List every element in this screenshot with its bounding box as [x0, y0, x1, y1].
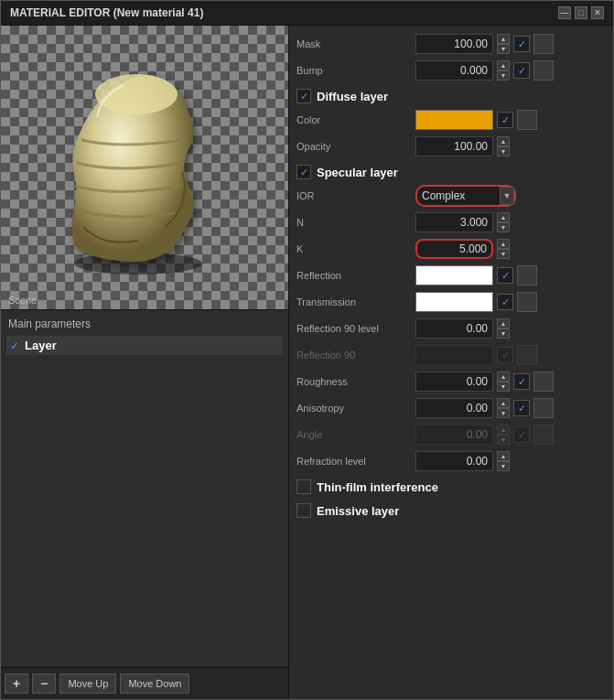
- n-down-button[interactable]: ▼: [497, 222, 510, 232]
- reflection90-level-label: Reflection 90 level: [296, 323, 415, 334]
- params-title: Main parameters: [6, 318, 283, 330]
- reflection90-square-button: [517, 345, 537, 365]
- reflection90-level-input[interactable]: [415, 318, 493, 339]
- reflection-check-button[interactable]: ✓: [497, 267, 513, 284]
- roughness-check-button[interactable]: ✓: [513, 373, 530, 390]
- close-button[interactable]: ✕: [591, 6, 604, 19]
- reflection-square-button[interactable]: [517, 265, 537, 285]
- angle-spinner: ▲ ▼: [497, 425, 510, 445]
- transmission-swatch[interactable]: [415, 292, 493, 312]
- k-down-button[interactable]: ▼: [497, 249, 510, 259]
- opacity-up-button[interactable]: ▲: [497, 136, 510, 146]
- mask-label: Mask: [296, 38, 415, 49]
- roughness-input[interactable]: [415, 372, 493, 392]
- roughness-down-button[interactable]: ▼: [497, 382, 510, 392]
- opacity-label: Opacity: [296, 141, 415, 152]
- anisotropy-down-button[interactable]: ▼: [497, 408, 510, 418]
- window-controls: — □ ✕: [558, 6, 604, 19]
- title-bar: MATERIAL EDITOR (New material 41) — □ ✕: [1, 1, 613, 26]
- bump-up-button[interactable]: ▲: [497, 60, 510, 70]
- reflection90-level-spinner: ▲ ▼: [497, 318, 510, 339]
- color-swatch[interactable]: [415, 110, 493, 130]
- ior-row: IOR Complex Simple ▼: [296, 185, 606, 207]
- bump-label: Bump: [296, 65, 415, 76]
- roughness-up-button[interactable]: ▲: [497, 372, 510, 382]
- mask-up-button[interactable]: ▲: [497, 34, 510, 44]
- reflection-swatch[interactable]: [415, 265, 493, 285]
- angle-controls: ▲ ▼ ✓: [415, 425, 606, 445]
- anisotropy-spinner: ▲ ▼: [497, 398, 510, 418]
- anisotropy-controls: ▲ ▼ ✓: [415, 398, 606, 418]
- add-layer-button[interactable]: +: [5, 673, 28, 694]
- thin-film-check-button[interactable]: [296, 479, 311, 494]
- roughness-row: Roughness ▲ ▼ ✓: [296, 371, 606, 393]
- angle-up-button: ▲: [497, 425, 510, 435]
- specular-check-button[interactable]: ✓: [296, 165, 311, 179]
- maximize-button[interactable]: □: [575, 6, 587, 19]
- transmission-label: Transmission: [296, 296, 415, 307]
- opacity-down-button[interactable]: ▼: [497, 146, 510, 156]
- bump-spinner: ▲ ▼: [497, 60, 510, 81]
- k-input[interactable]: [415, 239, 493, 259]
- anisotropy-row: Anisotropy ▲ ▼ ✓: [296, 397, 606, 419]
- reflection90-row: Reflection 90 ✓: [296, 344, 606, 366]
- color-controls: ✓: [415, 110, 606, 130]
- 3d-preview-object: [19, 44, 257, 282]
- bump-input[interactable]: [415, 60, 493, 81]
- opacity-row: Opacity ▲ ▼: [296, 135, 606, 157]
- mask-square-button[interactable]: [533, 34, 554, 54]
- main-content: Scene Main parameters ✓ Layer + − Move U…: [1, 26, 613, 699]
- diffuse-check-button[interactable]: ✓: [296, 89, 311, 103]
- move-down-button[interactable]: Move Down: [120, 673, 189, 694]
- refraction-level-down-button[interactable]: ▼: [497, 461, 510, 471]
- mask-down-button[interactable]: ▼: [497, 44, 510, 54]
- bump-square-button[interactable]: [533, 60, 554, 81]
- n-up-button[interactable]: ▲: [497, 212, 510, 222]
- move-up-button[interactable]: Move Up: [59, 673, 116, 694]
- ior-label: IOR: [296, 190, 415, 201]
- bump-down-button[interactable]: ▼: [497, 70, 510, 81]
- anisotropy-up-button[interactable]: ▲: [497, 398, 510, 408]
- ior-select[interactable]: Complex Simple: [415, 185, 516, 207]
- window-title: MATERIAL EDITOR (New material 41): [10, 6, 203, 19]
- reflection90-level-down-button[interactable]: ▼: [497, 328, 510, 339]
- transmission-square-button[interactable]: [517, 292, 537, 312]
- mask-input[interactable]: [415, 34, 493, 54]
- angle-input: [415, 425, 493, 445]
- k-label: K: [296, 243, 415, 254]
- layer-item[interactable]: ✓ Layer: [6, 336, 283, 355]
- mask-check-button[interactable]: ✓: [513, 36, 530, 52]
- roughness-square-button[interactable]: [533, 372, 554, 392]
- refraction-level-row: Refraction level ▲ ▼: [296, 450, 606, 472]
- anisotropy-label: Anisotropy: [296, 403, 415, 414]
- bump-row: Bump ▲ ▼ ✓: [296, 59, 606, 81]
- minimize-button[interactable]: —: [558, 6, 571, 19]
- n-label: N: [296, 217, 415, 228]
- anisotropy-check-button[interactable]: ✓: [513, 400, 530, 416]
- roughness-spinner: ▲ ▼: [497, 372, 510, 392]
- reflection90-level-up-button[interactable]: ▲: [497, 318, 510, 328]
- refraction-level-input[interactable]: [415, 451, 493, 471]
- remove-layer-button[interactable]: −: [32, 673, 56, 694]
- anisotropy-input[interactable]: [415, 398, 493, 418]
- roughness-label: Roughness: [296, 376, 415, 387]
- opacity-input[interactable]: [415, 136, 493, 156]
- color-square-button[interactable]: [517, 110, 537, 130]
- color-check-button[interactable]: ✓: [497, 112, 513, 128]
- mask-row: Mask ▲ ▼ ✓: [296, 33, 606, 55]
- opacity-spinner: ▲ ▼: [497, 136, 510, 156]
- n-row: N ▲ ▼: [296, 211, 606, 233]
- left-panel: Scene Main parameters ✓ Layer + − Move U…: [1, 26, 289, 699]
- transmission-check-button[interactable]: ✓: [497, 294, 513, 310]
- emissive-check-button[interactable]: [296, 503, 311, 518]
- bump-check-button[interactable]: ✓: [513, 62, 530, 79]
- reflection90-level-row: Reflection 90 level ▲ ▼: [296, 318, 606, 339]
- ior-select-wrapper: Complex Simple ▼: [415, 185, 516, 207]
- n-input[interactable]: [415, 212, 493, 232]
- refraction-level-up-button[interactable]: ▲: [497, 451, 510, 461]
- k-up-button[interactable]: ▲: [497, 239, 510, 249]
- angle-down-button: ▼: [497, 435, 510, 445]
- anisotropy-square-button[interactable]: [533, 398, 554, 418]
- main-window: MATERIAL EDITOR (New material 41) — □ ✕: [0, 0, 614, 700]
- refraction-level-controls: ▲ ▼: [415, 451, 606, 471]
